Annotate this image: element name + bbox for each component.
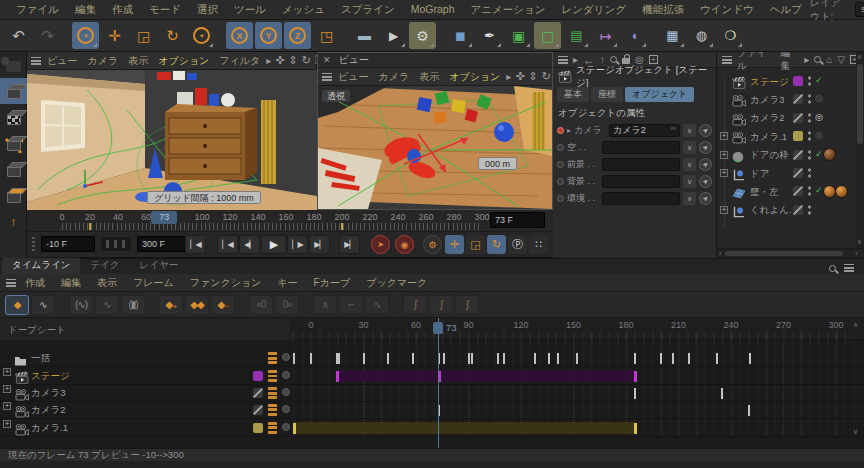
enable-dots[interactable]	[807, 185, 812, 197]
current-frame-field[interactable]: 73 F	[490, 212, 545, 228]
object-tag[interactable]	[793, 168, 803, 178]
expander-icon[interactable]: +	[3, 402, 11, 410]
expander-icon[interactable]: +	[3, 385, 11, 393]
attribute-tab[interactable]: 基本	[557, 87, 589, 102]
dropdown-icon[interactable]: ∨	[683, 175, 696, 188]
expand-arrow-icon[interactable]: ▸	[804, 55, 809, 65]
keyframe-mark[interactable]	[748, 405, 750, 416]
menubar-item[interactable]: ツール	[226, 3, 274, 17]
track-state-dot[interactable]	[282, 353, 290, 361]
expander-icon[interactable]: +	[3, 420, 11, 428]
enable-dots[interactable]	[807, 204, 812, 216]
range-start-field[interactable]: -10 F	[41, 236, 95, 252]
object-tag[interactable]	[793, 76, 803, 86]
dropdown-icon[interactable]: ∨	[683, 141, 696, 154]
expand-arrow-icon[interactable]: ▸	[506, 72, 511, 82]
ease-out-button[interactable]: ʃ	[429, 295, 453, 315]
object-row[interactable]: +くれよん.2	[717, 201, 855, 219]
picker-icon[interactable]: ➤	[696, 121, 714, 139]
attribute-field[interactable]	[602, 192, 680, 205]
scrollbar-thumb[interactable]	[725, 251, 843, 256]
menubar-item[interactable]: 作成	[104, 3, 141, 17]
expand-arrow-icon[interactable]: ▸	[266, 56, 271, 66]
playhead-marker[interactable]	[433, 322, 443, 334]
model-mode-button[interactable]	[0, 78, 27, 104]
powerslider[interactable]: 0204060100120140160180200220240260280300…	[27, 210, 553, 232]
picker-icon[interactable]: ➤	[696, 155, 714, 173]
material-thumbnail[interactable]	[835, 185, 848, 198]
object-row[interactable]: 壁・左✓	[717, 182, 855, 200]
workplane-button[interactable]: ↑	[0, 208, 27, 234]
pan-icon[interactable]: ✜	[275, 55, 284, 66]
coordinate-system-toggle[interactable]: ◳	[313, 22, 340, 49]
enable-dots[interactable]	[807, 93, 812, 105]
viewport2-canvas[interactable]	[318, 86, 552, 209]
menu-icon[interactable]	[844, 264, 854, 272]
keyframe-columns-icon[interactable]	[268, 422, 277, 434]
prev-frame-button[interactable]: ◀▏	[239, 235, 260, 254]
filter-icon[interactable]: ▽	[837, 55, 845, 65]
record-pla-toggle[interactable]: ∷	[529, 235, 548, 254]
keyframe-mark[interactable]	[534, 353, 536, 364]
redo-button[interactable]: ↷	[34, 22, 61, 49]
keyframe-mark[interactable]	[634, 353, 636, 364]
next-key-button[interactable]: ▶▏	[309, 235, 330, 254]
track-tag[interactable]	[253, 405, 263, 415]
track-row[interactable]: +ステージ	[0, 368, 290, 385]
record-position-toggle[interactable]: ✛	[445, 235, 464, 254]
record-key-button[interactable]: ➤	[371, 235, 390, 254]
object-row[interactable]: +ドア	[717, 164, 855, 182]
channel-dot[interactable]	[557, 178, 564, 185]
track-row[interactable]: 一括	[0, 350, 290, 367]
pan-icon[interactable]: ✜	[515, 71, 524, 82]
object-row[interactable]: +ドアの枠✓	[717, 146, 855, 164]
menubar-item[interactable]: 機能拡張	[634, 3, 692, 17]
generator-button[interactable]: ▢	[534, 22, 561, 49]
object-row[interactable]: カメラ2◎	[717, 109, 855, 127]
up-icon[interactable]: ↑	[600, 55, 605, 65]
attribute-field[interactable]: カメラ2°°	[609, 124, 680, 137]
delete-key-button[interactable]: ◆₋	[211, 295, 235, 315]
animation-bar[interactable]	[337, 370, 635, 382]
prev-key-button[interactable]: ▏◀	[217, 235, 238, 254]
object-row[interactable]: +カメラ.1◎	[717, 127, 855, 145]
keyframe-mark[interactable]	[310, 353, 312, 364]
play-button[interactable]: ▶	[261, 235, 286, 254]
ease-both-button[interactable]: ʃ	[455, 295, 479, 315]
autokey-button[interactable]: ◉	[395, 235, 414, 254]
attribute-field[interactable]	[602, 141, 680, 154]
picker-icon[interactable]: ➤	[696, 138, 714, 156]
orbit-icon[interactable]: ↻	[542, 71, 551, 82]
keyframe-mark[interactable]	[412, 353, 414, 364]
viewport-menu-item[interactable]: 表示	[123, 54, 153, 68]
attribute-field[interactable]	[602, 175, 680, 188]
enable-dots[interactable]	[807, 149, 812, 161]
add-panel-icon[interactable]: +	[649, 55, 658, 64]
keyframe-mark[interactable]	[634, 371, 637, 382]
range-end-field[interactable]: 300 F	[137, 236, 191, 252]
vertical-scrollbar[interactable]: ∧ ∨	[856, 52, 864, 248]
expander-icon[interactable]: +	[3, 368, 11, 376]
menubar-item[interactable]: モード	[141, 3, 189, 17]
track-state-dot[interactable]	[282, 405, 290, 413]
scale-tool[interactable]: ◲	[130, 22, 157, 49]
goto-start-button[interactable]: ▏◀	[185, 235, 206, 254]
expander-icon[interactable]: +	[720, 169, 728, 177]
prev-zero-button[interactable]: «0	[249, 295, 273, 315]
enable-dots[interactable]	[807, 112, 812, 124]
enable-dots[interactable]	[807, 130, 812, 142]
picker-icon[interactable]: ➤	[696, 189, 714, 207]
record-rotation-toggle[interactable]: ↻	[487, 235, 506, 254]
fcurve-button[interactable]: ∿	[31, 295, 55, 315]
search-icon[interactable]	[610, 56, 617, 63]
next-zero-button[interactable]: 0»	[275, 295, 299, 315]
viewport-menu-item[interactable]: カメラ	[373, 70, 414, 84]
render-picture-viewer-button[interactable]: ▶	[380, 22, 407, 49]
search-icon[interactable]	[814, 56, 821, 63]
timeline-tab[interactable]: タイムライン	[2, 258, 80, 274]
focus-icon[interactable]: ◎	[635, 55, 644, 65]
environment-button[interactable]: ▦	[659, 22, 686, 49]
track-tag[interactable]	[253, 423, 263, 433]
lock-icon[interactable]	[622, 58, 630, 64]
object-manager-menu-item[interactable]: 編集	[780, 52, 799, 73]
